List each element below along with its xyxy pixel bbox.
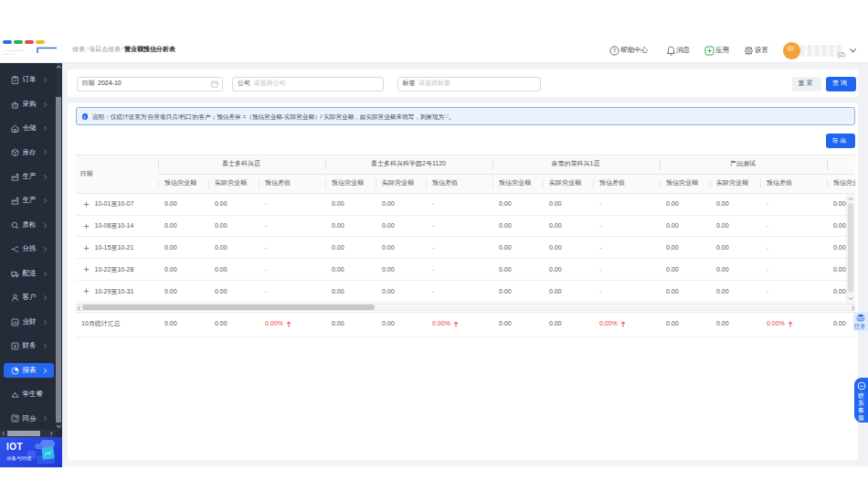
svg-text:?: ? — [613, 48, 617, 54]
